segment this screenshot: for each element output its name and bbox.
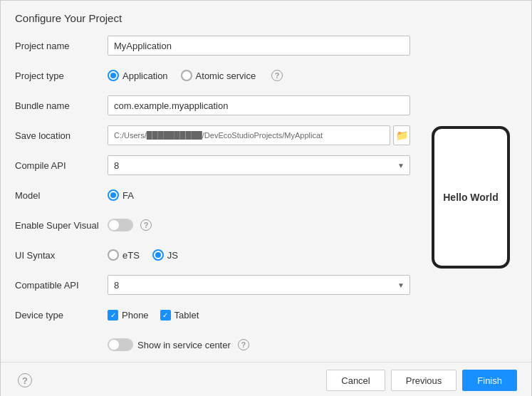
- ui-syntax-radio-group: eTS JS: [108, 249, 410, 261]
- super-visual-help-icon[interactable]: ?: [140, 219, 152, 231]
- project-type-label: Project type: [15, 71, 108, 81]
- radio-atomic-label: Atomic service: [196, 71, 256, 81]
- show-service-toggle-knob: [109, 340, 119, 350]
- super-visual-toggle-knob: [109, 220, 119, 230]
- enable-super-visual-label: Enable Super Visual: [15, 220, 108, 231]
- show-service-inline: Show in service center ?: [108, 338, 410, 351]
- radio-atomic[interactable]: Atomic service: [181, 70, 256, 81]
- enable-super-visual-row: Enable Super Visual ?: [15, 212, 410, 238]
- save-location-input[interactable]: [108, 125, 390, 145]
- checkbox-tablet-box: ✓: [160, 310, 171, 321]
- preview-area: Hello World: [424, 33, 517, 362]
- compile-api-control: 8 9 10 ▼: [108, 155, 410, 175]
- checkbox-phone-label: Phone: [122, 310, 149, 321]
- bundle-name-row: Bundle name: [15, 93, 410, 118]
- radio-ets[interactable]: eTS: [108, 249, 140, 261]
- bundle-name-control: [108, 95, 410, 115]
- save-location-input-group: 📁: [108, 125, 410, 145]
- compatible-api-select-wrapper: 8 9 10 ▼: [108, 275, 410, 295]
- radio-fa[interactable]: FA: [108, 189, 134, 201]
- model-row: Model FA: [15, 182, 410, 208]
- show-service-help-icon[interactable]: ?: [238, 339, 249, 350]
- radio-application-label: Application: [122, 71, 168, 81]
- model-label: Model: [15, 190, 108, 201]
- ui-syntax-label: UI Syntax: [15, 250, 108, 261]
- browse-folder-button[interactable]: 📁: [393, 125, 410, 145]
- model-radio-group: FA: [108, 189, 410, 201]
- radio-ets-circle: [108, 249, 119, 261]
- checkbox-tablet-label: Tablet: [174, 310, 199, 321]
- checkbox-phone-box: ✓: [108, 310, 118, 321]
- ui-syntax-row: UI Syntax eTS JS: [15, 242, 410, 268]
- project-type-row: Project type Application Atomic service …: [15, 63, 410, 88]
- model-control: FA: [108, 189, 410, 201]
- bundle-name-label: Bundle name: [15, 100, 108, 111]
- ui-syntax-control: eTS JS: [108, 249, 410, 261]
- show-service-row: Show in service center ?: [15, 332, 410, 358]
- radio-fa-label: FA: [122, 190, 134, 201]
- dialog-title: Configure Your Project: [1, 1, 531, 33]
- project-type-control: Application Atomic service ?: [108, 70, 410, 81]
- finish-button[interactable]: Finish: [462, 370, 517, 391]
- super-visual-toggle[interactable]: [108, 219, 133, 231]
- project-name-input[interactable]: [108, 36, 410, 56]
- compile-api-select[interactable]: 8 9 10: [108, 155, 410, 175]
- compile-api-row: Compile API 8 9 10 ▼: [15, 152, 410, 178]
- enable-super-visual-control: ?: [108, 219, 410, 231]
- checkbox-phone[interactable]: ✓ Phone: [108, 310, 149, 321]
- checkbox-tablet[interactable]: ✓ Tablet: [160, 310, 199, 321]
- show-service-toggle[interactable]: [108, 338, 133, 351]
- dialog-footer: ? Cancel Previous Finish: [1, 362, 531, 396]
- radio-js-circle: [152, 249, 164, 261]
- show-service-control: Show in service center ?: [108, 338, 410, 351]
- project-type-radio-group: Application Atomic service ?: [108, 70, 410, 81]
- radio-atomic-circle: [181, 70, 192, 81]
- radio-application-circle: [108, 70, 119, 81]
- compatible-api-control: 8 9 10 ▼: [108, 275, 410, 295]
- bundle-name-input[interactable]: [108, 95, 410, 115]
- form-area: Project name Project type Application: [15, 33, 410, 362]
- device-type-control: ✓ Phone ✓ Tablet: [108, 310, 410, 321]
- show-service-center-label: Show in service center: [137, 340, 231, 350]
- cancel-button[interactable]: Cancel: [326, 370, 385, 391]
- super-visual-inline: ?: [108, 219, 410, 231]
- footer-help-icon[interactable]: ?: [18, 373, 32, 387]
- radio-fa-circle: [108, 189, 119, 201]
- footer-right: Cancel Previous Finish: [326, 370, 517, 391]
- compatible-api-select[interactable]: 8 9 10: [108, 275, 410, 295]
- radio-js-label: JS: [167, 250, 178, 261]
- dialog-body: Project name Project type Application: [1, 33, 531, 362]
- project-type-help-icon[interactable]: ?: [271, 70, 283, 81]
- footer-left: ?: [15, 373, 32, 387]
- save-location-control: 📁: [108, 125, 410, 145]
- phone-preview: Hello World: [432, 126, 510, 269]
- project-name-control: [108, 36, 410, 56]
- compile-api-label: Compile API: [15, 160, 108, 171]
- device-type-row: Device type ✓ Phone ✓ Tablet: [15, 302, 410, 328]
- configure-project-dialog: Configure Your Project Project name Proj…: [0, 0, 532, 396]
- previous-button[interactable]: Previous: [391, 370, 457, 391]
- save-location-label: Save location: [15, 130, 108, 141]
- radio-js[interactable]: JS: [152, 249, 178, 261]
- preview-text: Hello World: [443, 192, 499, 203]
- project-name-label: Project name: [15, 41, 108, 51]
- compile-api-select-wrapper: 8 9 10 ▼: [108, 155, 410, 175]
- save-location-row: Save location 📁: [15, 123, 410, 148]
- project-name-row: Project name: [15, 33, 410, 58]
- compatible-api-label: Compatible API: [15, 280, 108, 291]
- device-type-inline: ✓ Phone ✓ Tablet: [108, 310, 410, 321]
- compatible-api-row: Compatible API 8 9 10 ▼: [15, 272, 410, 298]
- radio-application[interactable]: Application: [108, 70, 168, 81]
- radio-ets-label: eTS: [122, 250, 140, 261]
- device-type-label: Device type: [15, 310, 108, 321]
